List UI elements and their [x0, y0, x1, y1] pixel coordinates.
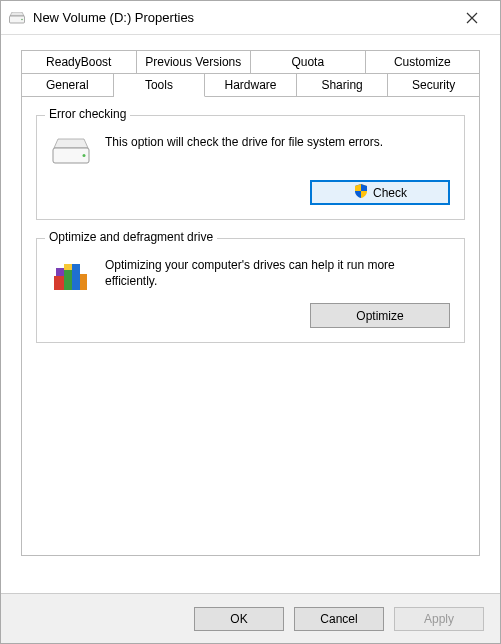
apply-button[interactable]: Apply — [394, 607, 484, 631]
cancel-button[interactable]: Cancel — [294, 607, 384, 631]
window-title: New Volume (D:) Properties — [33, 10, 452, 25]
tabstrip: ReadyBoost Previous Versions Quota Custo… — [21, 50, 480, 97]
tab-quota[interactable]: Quota — [251, 50, 366, 73]
ok-button-label: OK — [230, 612, 247, 626]
properties-window: New Volume (D:) Properties ReadyBoost Pr… — [0, 0, 501, 644]
tab-general[interactable]: General — [21, 73, 114, 97]
check-button-label: Check — [373, 186, 407, 200]
svg-rect-4 — [54, 276, 64, 290]
optimize-title: Optimize and defragment drive — [45, 230, 217, 244]
optimize-button[interactable]: Optimize — [310, 303, 450, 328]
shield-icon — [353, 183, 369, 202]
apply-button-label: Apply — [424, 612, 454, 626]
tab-security[interactable]: Security — [388, 73, 480, 97]
optimize-description: Optimizing your computer's drives can he… — [105, 257, 450, 289]
tab-customize[interactable]: Customize — [366, 50, 481, 73]
svg-rect-9 — [80, 274, 87, 290]
optimize-group: Optimize and defragment drive Optimizing… — [36, 238, 465, 343]
tab-sharing[interactable]: Sharing — [297, 73, 389, 97]
tab-body: Error checking This option will check th… — [21, 96, 480, 556]
drive-check-icon — [51, 136, 91, 168]
defrag-icon — [51, 259, 91, 291]
svg-rect-8 — [56, 268, 64, 276]
tab-hardware[interactable]: Hardware — [205, 73, 297, 97]
content-area: ReadyBoost Previous Versions Quota Custo… — [1, 35, 500, 593]
check-button[interactable]: Check — [310, 180, 450, 205]
close-button[interactable] — [452, 3, 492, 33]
titlebar: New Volume (D:) Properties — [1, 1, 500, 35]
svg-rect-5 — [64, 270, 72, 290]
cancel-button-label: Cancel — [320, 612, 357, 626]
ok-button[interactable]: OK — [194, 607, 284, 631]
svg-rect-7 — [64, 264, 72, 270]
tab-readyboost[interactable]: ReadyBoost — [21, 50, 137, 73]
drive-icon — [9, 10, 25, 26]
error-checking-group: Error checking This option will check th… — [36, 115, 465, 220]
svg-rect-6 — [72, 264, 80, 290]
dialog-footer: OK Cancel Apply — [1, 593, 500, 643]
svg-point-1 — [21, 18, 23, 20]
error-checking-title: Error checking — [45, 107, 130, 121]
svg-point-3 — [83, 154, 86, 157]
optimize-button-label: Optimize — [356, 309, 403, 323]
error-checking-description: This option will check the drive for fil… — [105, 134, 450, 150]
tab-tools[interactable]: Tools — [114, 73, 206, 97]
tab-previous-versions[interactable]: Previous Versions — [137, 50, 252, 73]
